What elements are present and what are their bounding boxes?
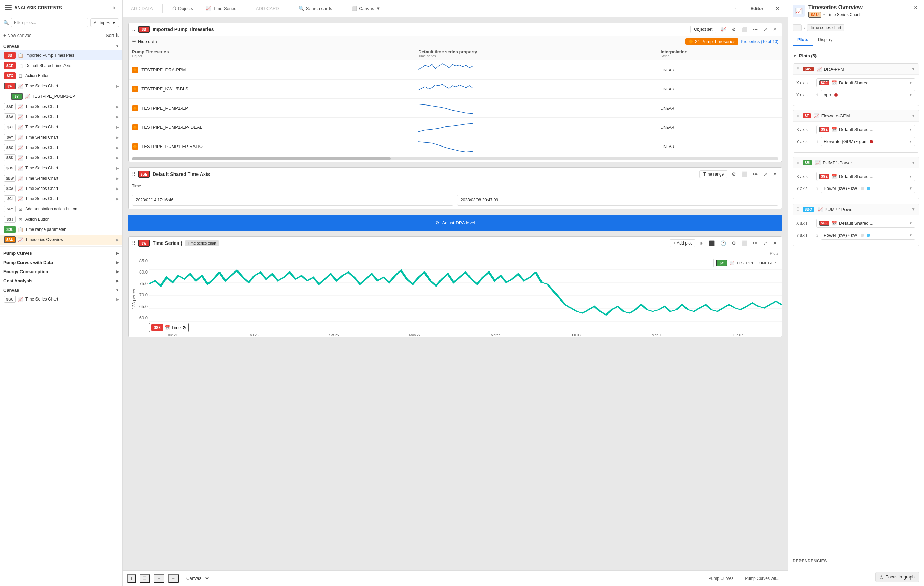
add-canvas-button[interactable]: +: [127, 574, 136, 583]
filter-plots-input[interactable]: [11, 18, 88, 27]
sidebar-item-bw[interactable]: $BW 📈 Time Series Chart ▶: [0, 173, 122, 184]
sidebar-item-ca[interactable]: $CA 📈 Time Series Chart ▶: [0, 184, 122, 194]
sidebar-item-aa[interactable]: $AA 📈 Time Series Chart ▶: [0, 112, 122, 122]
type-filter-select[interactable]: All types ▼: [91, 18, 119, 27]
sidebar-item-time-series-w[interactable]: $W 📈 Time Series Chart ▶: [0, 81, 122, 91]
start-time-field[interactable]: 2023/02/14 17:16:46: [132, 195, 454, 205]
search-cards-nav[interactable]: 🔍 Search cards: [296, 5, 335, 12]
panel-close-button[interactable]: ✕: [912, 4, 919, 11]
plot-item-header[interactable]: ⠿ $BI 📈 PUMP1-Power ▼: [793, 157, 919, 168]
close-card-icon[interactable]: ✕: [772, 171, 778, 177]
sidebar-item-action-button[interactable]: $FX ⊡ Action Button: [0, 71, 122, 81]
end-time-field[interactable]: 2023/03/08 20:47:09: [457, 195, 778, 205]
more-options-icon[interactable]: •••: [751, 171, 759, 177]
next-canvas-button[interactable]: →: [168, 574, 179, 583]
sidebar-item-ci[interactable]: $CI 📈 Time Series Chart ▶: [0, 194, 122, 204]
new-canvas-button[interactable]: + New canvas: [3, 33, 31, 38]
sidebar-item-gc[interactable]: $GC 📈 Time Series Chart ▶: [0, 294, 122, 304]
prev-canvas-button[interactable]: ←: [153, 574, 165, 583]
sidebar-item-imported-pump[interactable]: $B 📋 Imported Pump Timeseries: [0, 50, 122, 60]
sidebar-section-pump-curves[interactable]: Pump Curves ▶: [0, 248, 122, 257]
plot-expand-icon[interactable]: ▼: [911, 160, 916, 165]
drag-icon[interactable]: ⠿: [796, 113, 800, 119]
y-axis-select[interactable]: Power (kW) • kW ▼: [821, 184, 916, 193]
drag-handle[interactable]: ⠿: [132, 27, 135, 32]
grid-icon[interactable]: ⊞: [698, 240, 705, 247]
settings-icon[interactable]: ⚙: [730, 26, 738, 33]
horizontal-scrollbar[interactable]: [132, 157, 778, 160]
list-view-button[interactable]: ☰: [140, 574, 150, 583]
adjust-dra-button[interactable]: ⚙ Adjust DRA level: [128, 215, 782, 231]
clock-icon[interactable]: 🕐: [719, 240, 728, 247]
drag-icon[interactable]: ⠿: [796, 160, 800, 165]
sidebar-item-pump1-ep[interactable]: $Y 📈 TESTPIPE_PUMP1-EP: [0, 91, 122, 101]
tab-display[interactable]: Display: [813, 33, 837, 46]
breadcrumb-chart-link[interactable]: Time series chart: [807, 24, 845, 31]
display-icon[interactable]: ⬜: [740, 26, 749, 33]
sidebar-item-ae[interactable]: $AE 📈 Time Series Chart ▶: [0, 101, 122, 112]
line-chart-icon[interactable]: 📈: [719, 26, 728, 33]
expand-icon[interactable]: ⤢: [762, 26, 769, 33]
y-axis-select[interactable]: Flowrate (GPM) • gpm ▼: [821, 137, 916, 146]
sidebar-collapse-icon[interactable]: ⇤: [113, 5, 118, 11]
plot-item-header[interactable]: ⠿ $BQ 📈 PUMP2-Power ▼: [793, 204, 919, 215]
object-set-button[interactable]: Object set: [690, 26, 716, 33]
sidebar-item-ay[interactable]: $AY 📈 Time Series Chart ▶: [0, 132, 122, 142]
x-axis-select[interactable]: $GE 📅 Default Shared ... ▼: [816, 125, 916, 134]
x-axis-select[interactable]: $GE 📅 Default Shared ... ▼: [816, 172, 916, 181]
focus-in-graph-button[interactable]: ◎ Focus in graph: [875, 572, 919, 582]
canvas-nav[interactable]: ⬜ Canvas ▼: [349, 5, 383, 12]
close-card-icon[interactable]: ✕: [772, 240, 778, 247]
properties-link[interactable]: Properties (10 of 10): [741, 39, 778, 44]
table-scroll[interactable]: Pump Timeseries Object Default time seri…: [129, 47, 782, 156]
bottom-tab-pump-curves[interactable]: Pump Curves: [705, 575, 738, 582]
sidebar-section-pump-curves-data[interactable]: Pump Curves with Data ▶: [0, 257, 122, 267]
tab-plots[interactable]: Plots: [793, 33, 813, 46]
more-options-icon[interactable]: •••: [751, 26, 759, 33]
hide-data-button[interactable]: 👁 Hide data: [132, 39, 157, 44]
hamburger-icon[interactable]: [5, 4, 12, 11]
sidebar-item-bc[interactable]: $BC 📈 Time Series Chart ▶: [0, 142, 122, 153]
settings-icon[interactable]: ⚙: [730, 171, 738, 177]
sidebar-section-canvas2[interactable]: Canvas ▼: [0, 285, 122, 294]
y-axis-select[interactable]: Power (kW) • kW ▼: [821, 230, 916, 240]
x-axis-select[interactable]: $GE 📅 Default Shared ... ▼: [816, 78, 916, 88]
sidebar-item-gl[interactable]: $GL 📋 Time range parameter: [0, 224, 122, 235]
display-icon[interactable]: ⬜: [740, 240, 749, 247]
drag-icon[interactable]: ⠿: [796, 207, 800, 212]
sidebar-item-bk[interactable]: $BK 📈 Time Series Chart ▶: [0, 153, 122, 163]
breadcrumb-more-button[interactable]: ...: [793, 24, 802, 31]
sort-button[interactable]: Sort ⇅: [106, 33, 119, 38]
x-axis-select[interactable]: $GE 📅 Default Shared ... ▼: [816, 219, 916, 228]
sidebar-section-energy[interactable]: Energy Consumption ▶: [0, 267, 122, 276]
sidebar-section-cost[interactable]: Cost Analysis ▶: [0, 276, 122, 285]
drag-handle[interactable]: ⠿: [132, 172, 135, 177]
sidebar-item-fy[interactable]: $FY ⊡ Add annotation action button: [0, 204, 122, 214]
plot-expand-icon[interactable]: ▼: [911, 207, 916, 212]
canvas-selector[interactable]: Canvas: [182, 574, 210, 583]
layout-icon[interactable]: ⬛: [708, 240, 716, 247]
close-card-icon[interactable]: ✕: [772, 26, 778, 33]
add-plot-button[interactable]: + Add plot: [670, 239, 696, 247]
plot-item-header[interactable]: ⠿ $AV 📈 DRA-PPM ▼: [793, 63, 919, 74]
drag-icon[interactable]: ⠿: [796, 66, 800, 72]
sidebar-item-gj[interactable]: $GJ ⊡ Action Button: [0, 214, 122, 224]
expand-icon[interactable]: ⤢: [762, 240, 769, 247]
sidebar-item-bs[interactable]: $BS 📈 Time Series Chart ▶: [0, 163, 122, 173]
display-icon[interactable]: ⬜: [740, 171, 749, 177]
time-range-button[interactable]: Time range: [700, 171, 728, 178]
drag-handle[interactable]: ⠿: [132, 241, 135, 246]
sidebar-item-au[interactable]: $AU 📈 Timeseries Overview ▶: [0, 235, 122, 245]
plots-chevron-icon[interactable]: ▼: [793, 53, 797, 58]
x-axis-tag[interactable]: $GE 📅 Time ⚙: [149, 323, 189, 332]
sidebar-section-canvas[interactable]: Canvas ▼: [0, 41, 122, 50]
plot-expand-icon[interactable]: ▼: [911, 66, 916, 71]
timeseries-nav[interactable]: 📈 Time Series: [203, 5, 239, 12]
y-axis-select[interactable]: ppm ▼: [821, 90, 916, 99]
sidebar-item-default-axis[interactable]: $GE ⬚ Default Shared Time Axis: [0, 60, 122, 71]
objects-nav[interactable]: ⬡ Objects: [170, 5, 196, 12]
close-editor-button[interactable]: ✕: [773, 5, 782, 12]
bottom-tab-pump-curves-data[interactable]: Pump Curves wit...: [741, 575, 784, 582]
sidebar-item-ai[interactable]: $AI 📈 Time Series Chart ▶: [0, 122, 122, 132]
more-options-icon[interactable]: •••: [751, 240, 759, 247]
